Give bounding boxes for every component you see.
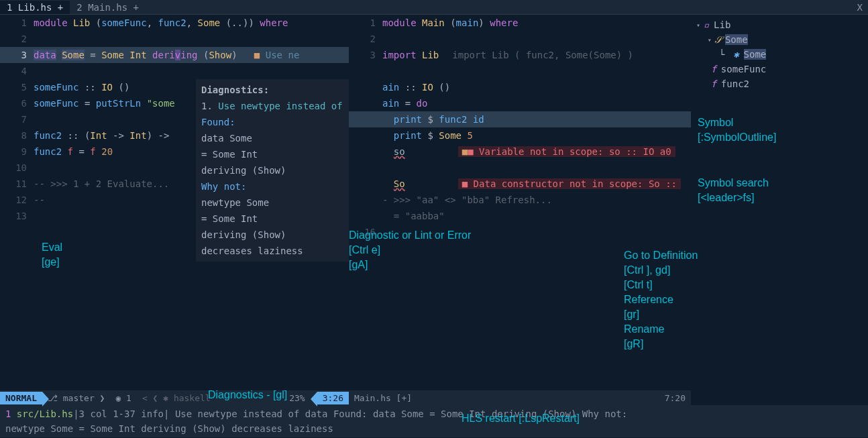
code-line[interactable]: 3data Some = Some Int deriving (Show) ■ …: [0, 47, 349, 63]
line-number: 2: [349, 34, 382, 44]
lang-indicator: < ❮ ✱ haskell: [137, 392, 216, 404]
editor-area: 1module Lib (someFunc, func2, Some (..))…: [0, 15, 868, 390]
code-line[interactable]: 2: [349, 31, 691, 47]
loclist-row-2[interactable]: newtype Some = Some Int deriving (Show) …: [5, 421, 863, 436]
code-line[interactable]: 3import Libimport Lib ( func2, Some(Some…: [349, 47, 691, 63]
code-content[interactable]: import Libimport Lib ( func2, Some(Some)…: [382, 50, 691, 60]
code-line[interactable]: 1module Main (main) where: [349, 15, 691, 31]
symbol-icon: ▫: [702, 19, 711, 30]
tab[interactable]: 1 Lib.hs +: [0, 1, 70, 14]
symbol-icon: f: [709, 78, 718, 89]
diag-count: ◉ 1: [110, 392, 136, 404]
code-line[interactable]: = "aabba": [349, 208, 691, 224]
outline-label: Some: [744, 49, 767, 60]
code-line[interactable]: So ■ Data constructor not in scope: So :…: [349, 176, 691, 192]
close-button[interactable]: X: [857, 2, 863, 13]
outline-label: func2: [721, 78, 749, 89]
code-line[interactable]: ain = do: [349, 95, 691, 111]
line-number: 8: [0, 130, 34, 141]
statusline-left: NORMAL ⎇ master ❯ ◉ 1 < ❮ ✱ haskell 23% …: [0, 390, 349, 405]
code-content[interactable]: = "aabba": [382, 211, 691, 221]
outline-item[interactable]: ffunc2: [696, 76, 863, 91]
popup-line: data Some: [201, 130, 349, 146]
line-number: 16: [349, 227, 382, 237]
popup-line: = Some Int: [201, 146, 349, 162]
code-line[interactable]: 16: [349, 224, 691, 240]
diagnostics-popup: Diagnostics: 1. Use newtype instead of d…: [196, 79, 349, 262]
line-number: 11: [0, 178, 34, 189]
vim-mode: NORMAL: [0, 392, 42, 404]
code-line[interactable]: print $ Some 5: [349, 127, 691, 144]
popup-line: Why not:: [201, 178, 349, 195]
code-content[interactable]: So ■ Data constructor not in scope: So :…: [382, 178, 691, 189]
code-line[interactable]: [349, 160, 691, 176]
statusline-row: NORMAL ⎇ master ❯ ◉ 1 < ❮ ✱ haskell 23% …: [0, 390, 868, 405]
line-number: 13: [0, 211, 34, 221]
location-list[interactable]: 1 src/Lib.hs|3 col 1-37 info| Use newtyp…: [0, 405, 868, 437]
popup-line: deriving (Show): [201, 162, 349, 178]
chevron-icon: ▾: [708, 36, 712, 44]
code-line[interactable]: ain :: IO (): [349, 79, 691, 95]
outline-item[interactable]: fsomeFunc: [696, 62, 863, 76]
popup-title: Diagnostics:: [201, 82, 349, 98]
code-content[interactable]: print $ func2 id: [382, 114, 691, 125]
code-content[interactable]: module Lib (someFunc, func2, Some (..)) …: [34, 17, 349, 28]
popup-line: deriving (Show): [201, 227, 349, 243]
filename-right: Main.hs [+]: [349, 392, 417, 404]
code-line[interactable]: 1module Lib (someFunc, func2, Some (..))…: [0, 15, 349, 31]
right-editor[interactable]: 1module Main (main) where23import Libimp…: [349, 15, 691, 390]
outline-item[interactable]: └ ✱Some: [696, 47, 863, 62]
line-number: 10: [0, 162, 34, 173]
line-number: 6: [0, 98, 34, 109]
code-line[interactable]: [349, 63, 691, 79]
line-number: 12: [0, 195, 34, 205]
popup-line: 1. Use newtype instead of data: [201, 98, 349, 114]
line-number: 3: [0, 50, 34, 60]
code-content[interactable]: - >>> "aa" <> "bba" Refresh...: [382, 195, 691, 205]
git-branch: ⎇ master ❯: [42, 392, 110, 404]
line-number: 2: [0, 34, 34, 44]
code-line[interactable]: 4: [0, 63, 349, 79]
code-content[interactable]: print $ Some 5: [382, 130, 691, 141]
line-number: 1: [349, 17, 382, 28]
line-number: 5: [0, 82, 34, 93]
code-line[interactable]: 2: [0, 31, 349, 47]
code-content[interactable]: so ■■ Variable not in scope: so :: IO a0: [382, 146, 691, 157]
code-content[interactable]: ain = do: [382, 98, 691, 109]
symbol-icon: f: [709, 64, 718, 74]
popup-line: newtype Some: [201, 195, 349, 211]
outline-label: Lib: [714, 19, 730, 30]
popup-line: decreases laziness: [201, 243, 349, 259]
outline-label: someFunc: [721, 64, 766, 74]
outline-label: Some: [725, 34, 748, 45]
tab-bar: 1 Lib.hs +2 Main.hs + X: [0, 0, 868, 15]
outline-pane[interactable]: ▾▫Lib ▾𝒮Some └ ✱Some fsomeFunc ffunc2: [691, 15, 868, 390]
popup-line: = Some Int: [201, 211, 349, 227]
outline-item[interactable]: ▾▫Lib: [696, 17, 863, 32]
popup-line: Found:: [201, 114, 349, 130]
line-number: 1: [0, 17, 34, 28]
code-line[interactable]: so ■■ Variable not in scope: so :: IO a0: [349, 144, 691, 160]
left-editor[interactable]: 1module Lib (someFunc, func2, Some (..))…: [0, 15, 349, 390]
outline-item[interactable]: ▾𝒮Some: [696, 32, 863, 47]
code-line[interactable]: - >>> "aa" <> "bba" Refresh...: [349, 192, 691, 208]
line-number: 3: [349, 50, 382, 60]
cursor-pos-left: 3:26: [317, 392, 349, 404]
code-content[interactable]: data Some = Some Int deriving (Show) ■ U…: [34, 50, 349, 60]
line-number: 7: [0, 114, 34, 125]
code-content[interactable]: module Main (main) where: [382, 17, 691, 28]
line-number: 9: [0, 146, 34, 157]
code-line[interactable]: print $ func2 id: [349, 111, 691, 127]
statusline-right: Main.hs [+] 7:20: [349, 390, 691, 405]
line-number: 4: [0, 66, 34, 76]
cursor-pos-right: 7:20: [659, 392, 691, 404]
chevron-icon: ▾: [696, 21, 700, 29]
symbol-icon: 𝒮: [713, 34, 722, 46]
symbol-icon: ✱: [732, 49, 741, 60]
scroll-percent: 23%: [284, 392, 310, 404]
code-content[interactable]: ain :: IO (): [382, 82, 691, 93]
tab[interactable]: 2 Main.hs +: [70, 1, 146, 14]
loclist-row[interactable]: 1 src/Lib.hs|3 col 1-37 info| Use newtyp…: [5, 406, 863, 421]
